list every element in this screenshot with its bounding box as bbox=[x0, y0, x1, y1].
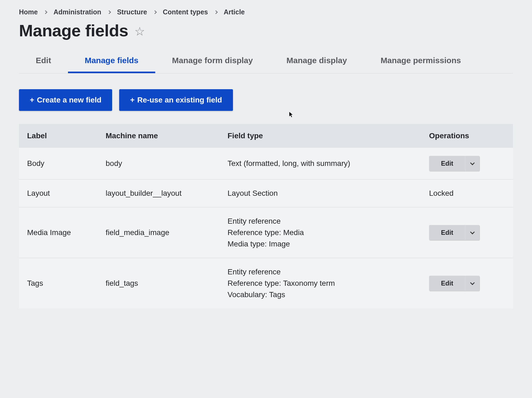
breadcrumb: Home Administration Structure Content ty… bbox=[19, 8, 513, 16]
reuse-existing-field-button[interactable]: + Re-use an existing field bbox=[119, 89, 233, 111]
cell-label: Tags bbox=[19, 258, 98, 309]
breadcrumb-home[interactable]: Home bbox=[19, 8, 38, 16]
cell-field-type: Layout Section bbox=[219, 179, 421, 207]
cell-operations: Edit bbox=[421, 258, 513, 309]
cell-field-type: Text (formatted, long, with summary) bbox=[219, 148, 421, 179]
chevron-right-icon bbox=[44, 10, 47, 14]
operations-dropbutton: Edit bbox=[429, 225, 479, 240]
chevron-down-icon bbox=[470, 230, 475, 235]
dropbutton-toggle[interactable] bbox=[465, 225, 479, 240]
chevron-down-icon bbox=[470, 281, 475, 285]
th-machine-name[interactable]: Machine name bbox=[98, 124, 219, 148]
cell-operations: Edit bbox=[421, 207, 513, 258]
chevron-down-icon bbox=[470, 161, 475, 165]
dropbutton-toggle[interactable] bbox=[465, 156, 479, 171]
tab-edit[interactable]: Edit bbox=[19, 52, 68, 73]
dropbutton-toggle[interactable] bbox=[465, 276, 479, 291]
reuse-existing-field-label: Re-use an existing field bbox=[137, 96, 222, 104]
cell-operations: Locked bbox=[421, 179, 513, 207]
breadcrumb-content-types[interactable]: Content types bbox=[163, 8, 208, 16]
breadcrumb-administration[interactable]: Administration bbox=[53, 8, 101, 16]
title-row: Manage fields ☆ bbox=[19, 21, 513, 40]
th-field-type[interactable]: Field type bbox=[219, 124, 421, 148]
chevron-right-icon bbox=[153, 10, 157, 14]
fields-table: Label Machine name Field type Operations… bbox=[19, 124, 513, 309]
edit-button[interactable]: Edit bbox=[429, 156, 465, 171]
field-type-line: Layout Section bbox=[228, 188, 413, 199]
field-type-line: Media type: Image bbox=[228, 238, 413, 250]
edit-button[interactable]: Edit bbox=[429, 276, 465, 291]
create-new-field-button[interactable]: + Create a new field bbox=[19, 89, 112, 111]
page-root: Home Administration Structure Content ty… bbox=[0, 0, 532, 398]
cell-label: Media Image bbox=[19, 207, 98, 258]
tab-manage-fields[interactable]: Manage fields bbox=[68, 52, 155, 73]
table-row: Layoutlayout_builder__layoutLayout Secti… bbox=[19, 179, 513, 207]
cell-label: Layout bbox=[19, 179, 98, 207]
mouse-cursor-icon bbox=[288, 111, 294, 118]
operations-dropbutton: Edit bbox=[429, 276, 479, 291]
cell-machine-name: field_media_image bbox=[98, 207, 219, 258]
operations-dropbutton: Edit bbox=[429, 156, 479, 171]
tab-manage-display[interactable]: Manage display bbox=[270, 52, 364, 73]
plus-icon: + bbox=[30, 96, 34, 104]
star-favorite-icon[interactable]: ☆ bbox=[134, 24, 145, 38]
cell-label: Body bbox=[19, 148, 98, 179]
breadcrumb-structure[interactable]: Structure bbox=[117, 8, 147, 16]
table-row: Media Imagefield_media_imageEntity refer… bbox=[19, 207, 513, 258]
field-type-line: Text (formatted, long, with summary) bbox=[228, 158, 413, 169]
tab-manage-form-display[interactable]: Manage form display bbox=[155, 52, 270, 73]
field-type-line: Entity reference bbox=[228, 266, 413, 278]
field-type-line: Vocabulary: Tags bbox=[228, 289, 413, 300]
cell-machine-name: layout_builder__layout bbox=[98, 179, 219, 207]
cell-machine-name: field_tags bbox=[98, 258, 219, 309]
chevron-right-icon bbox=[214, 10, 218, 14]
breadcrumb-article[interactable]: Article bbox=[224, 8, 245, 16]
field-type-line: Reference type: Media bbox=[228, 227, 413, 238]
action-buttons: + Create a new field + Re-use an existin… bbox=[19, 89, 513, 111]
locked-text: Locked bbox=[429, 189, 453, 197]
create-new-field-label: Create a new field bbox=[37, 96, 101, 104]
table-header-row: Label Machine name Field type Operations bbox=[19, 124, 513, 148]
cell-operations: Edit bbox=[421, 148, 513, 179]
plus-icon: + bbox=[130, 96, 134, 104]
table-row: BodybodyText (formatted, long, with summ… bbox=[19, 148, 513, 179]
page-title: Manage fields bbox=[19, 21, 128, 40]
edit-button[interactable]: Edit bbox=[429, 225, 465, 240]
chevron-right-icon bbox=[107, 10, 111, 14]
th-label[interactable]: Label bbox=[19, 124, 98, 148]
th-operations[interactable]: Operations bbox=[421, 124, 513, 148]
field-type-line: Entity reference bbox=[228, 216, 413, 227]
tabs: Edit Manage fields Manage form display M… bbox=[19, 52, 513, 73]
table-row: Tagsfield_tagsEntity referenceReference … bbox=[19, 258, 513, 309]
cell-field-type: Entity referenceReference type: MediaMed… bbox=[219, 207, 421, 258]
tab-manage-permissions[interactable]: Manage permissions bbox=[364, 52, 478, 73]
field-type-line: Reference type: Taxonomy term bbox=[228, 278, 413, 289]
cell-field-type: Entity referenceReference type: Taxonomy… bbox=[219, 258, 421, 309]
cell-machine-name: body bbox=[98, 148, 219, 179]
